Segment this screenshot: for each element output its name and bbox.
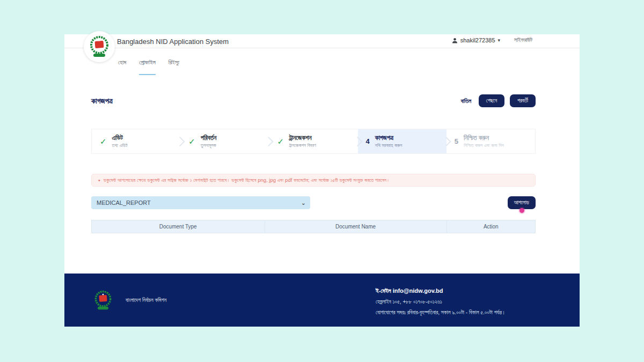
cancel-button[interactable]: বাতিল <box>461 98 471 105</box>
footer-email: ই-মেইল info@nidw.gov.bd <box>376 287 506 294</box>
logout-link[interactable]: সাইনআউট <box>514 37 532 43</box>
step-change[interactable]: ✓ পরিবর্তন তুলনামূলক <box>180 129 269 153</box>
app-logo <box>84 31 115 62</box>
step-subtitle: নিশ্চিত করুন এবং জমা দিন <box>464 143 504 149</box>
step-number: 5 <box>455 137 458 145</box>
user-icon <box>452 38 458 43</box>
footer-logo-icon <box>92 290 114 311</box>
upload-wrap: আপলোড <box>508 196 536 209</box>
step-number: 4 <box>366 137 370 145</box>
table-header-row: Document Type Document Name Action <box>92 220 536 233</box>
caret-down-icon: ▾ <box>498 38 501 43</box>
step-title: নিশ্চিত করুন <box>464 134 504 142</box>
step-subtitle: ট্রানজেকশন বিবরণ <box>289 143 316 149</box>
page-actions: বাতিল পেছনে পরবর্তী <box>461 94 536 107</box>
step-edit[interactable]: ✓ এডিট তথ্য এডিট <box>92 129 180 153</box>
chevron-down-icon: ⌄ <box>301 202 306 204</box>
column-header-action: Action <box>447 220 535 233</box>
page-card: Bangladesh NID Application System shakil… <box>64 34 580 274</box>
upload-row: MEDICAL_REPORT ⌄ আপলোড <box>91 196 536 209</box>
step-subtitle: তুলনামূলক <box>201 143 217 149</box>
documents-table: Document Type Document Name Action <box>91 220 536 233</box>
nid-logo-icon <box>87 35 111 58</box>
page-title: কাগজপত্র <box>91 97 113 106</box>
step-confirm: 5 নিশ্চিত করুন নিশ্চিত করুন এবং জমা দিন <box>447 129 535 153</box>
tab-home[interactable]: হোম <box>118 59 126 75</box>
step-documents[interactable]: 4 কাগজপত্র নথি সরবরাহ করুন <box>358 129 447 153</box>
alert-banner: • ডকুমেন্ট আপলোডের ক্ষেত্রে ডকুমেন্ট এর … <box>91 174 536 187</box>
next-button[interactable]: পরবর্তী <box>510 94 536 107</box>
title-row: কাগজপত্র বাতিল পেছনে পরবর্তী <box>91 94 536 107</box>
bullet-icon: • <box>98 177 100 183</box>
alert-text: ডকুমেন্ট আপলোডের ক্ষেত্রে ডকুমেন্ট এর সা… <box>104 177 390 183</box>
document-type-select[interactable]: MEDICAL_REPORT ⌄ <box>91 196 310 209</box>
main-content: কাগজপত্র বাতিল পেছনে পরবর্তী ✓ এডিট তথ্য… <box>91 94 536 233</box>
check-icon: ✓ <box>277 137 284 146</box>
app-title: Bangladesh NID Application System <box>117 38 229 46</box>
footer-left: বাংলাদেশ নির্বাচন কমিশন <box>92 290 166 311</box>
screen: Bangladesh NID Application System shakil… <box>0 0 644 362</box>
step-transaction[interactable]: ✓ ট্রানজেকশন ট্রানজেকশন বিবরণ <box>269 129 357 153</box>
nav-tabs: হোম প্রোফাইল রিইস্যু <box>118 48 580 75</box>
footer-helpline: হেল্পলাইন ১০৫, +৮৮ ০১৭০৮-৫০১২৬১ <box>376 299 506 305</box>
step-subtitle: নথি সরবরাহ করুন <box>375 143 402 149</box>
tab-reissue[interactable]: রিইস্যু <box>169 59 179 75</box>
step-title: এডিট <box>112 134 128 142</box>
back-button[interactable]: পেছনে <box>479 94 504 107</box>
click-indicator <box>519 208 524 213</box>
footer-hours: যোগাযোগের সময়ঃ রবিবার-বৃহস্পতিবার, সকাল… <box>376 309 506 316</box>
footer-org-name: বাংলাদেশ নির্বাচন কমিশন <box>126 297 166 304</box>
user-menu[interactable]: shakil272385 ▾ <box>452 37 500 43</box>
step-title: ট্রানজেকশন <box>289 134 316 142</box>
column-header-document-name: Document Name <box>265 220 447 233</box>
header-right: shakil272385 ▾ সাইনআউট <box>452 37 532 43</box>
app-header: Bangladesh NID Application System shakil… <box>64 34 580 48</box>
step-subtitle: তথ্য এডিট <box>112 143 128 149</box>
stepper: ✓ এডিট তথ্য এডিট ✓ পরিবর্তন তুলনামূলক ✓ <box>91 129 536 154</box>
step-title: কাগজপত্র <box>375 134 402 142</box>
step-title: পরিবর্তন <box>201 134 217 142</box>
tab-profile[interactable]: প্রোফাইল <box>139 59 156 75</box>
select-value: MEDICAL_REPORT <box>97 200 151 206</box>
check-icon: ✓ <box>188 137 195 146</box>
column-header-document-type: Document Type <box>92 220 265 233</box>
check-icon: ✓ <box>100 137 107 146</box>
footer: বাংলাদেশ নির্বাচন কমিশন ই-মেইল info@nidw… <box>64 274 580 327</box>
username-label: shakil272385 <box>460 37 495 43</box>
footer-contact: ই-মেইল info@nidw.gov.bd হেল্পলাইন ১০৫, +… <box>376 287 506 316</box>
upload-button[interactable]: আপলোড <box>508 196 536 209</box>
